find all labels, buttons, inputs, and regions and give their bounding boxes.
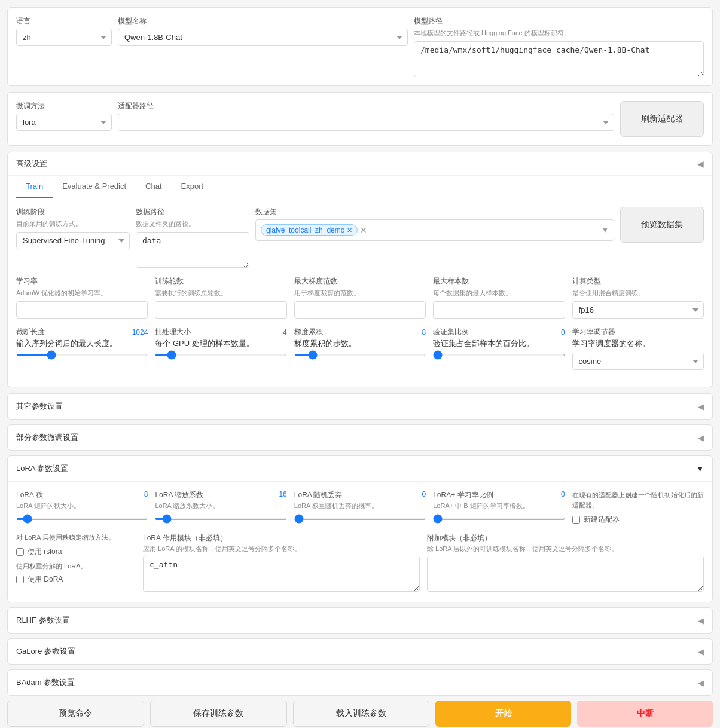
model-name-label: 模型名称 <box>118 16 408 26</box>
finetune-method-group: 微调方法 lora <box>16 101 112 131</box>
other-params-caret: ◀ <box>698 402 704 411</box>
cutoff-group: 截断长度 1024 输入序列分词后的最大长度。 <box>16 327 148 370</box>
model-path-input[interactable]: /media/wmx/soft1/huggingface_cache/Qwen-… <box>414 41 704 77</box>
new-adapter-checkbox-group[interactable]: 新建适配器 <box>572 515 704 525</box>
val-size-group: 验证集比例 0 验证集占全部样本的百分比。 <box>433 327 565 370</box>
lora-caret: ▼ <box>696 464 704 473</box>
grad-accum-slider[interactable] <box>294 354 426 356</box>
lora-scaling-slider[interactable] <box>155 518 286 520</box>
preview-cmd-button[interactable]: 预览命令 <box>7 701 144 727</box>
model-name-select[interactable]: Qwen-1.8B-Chat <box>118 29 408 46</box>
lora-rank-sublabel: LoRA 矩阵的秩大小。 <box>16 501 148 510</box>
lora-dropout-value: 0 <box>422 490 426 500</box>
params-row1: 学习率 AdamW 优化器的初始学习率。 5e-5 训练轮数 需要执行的训练总轮… <box>16 276 704 319</box>
cutoff-slider[interactable] <box>16 354 148 356</box>
dora-checkbox-group[interactable]: 使用 DoRA <box>16 574 136 585</box>
refresh-adapter-group: 刷新适配器 <box>620 101 704 137</box>
rlhf-header[interactable]: RLHF 参数设置 ◀ <box>8 608 712 633</box>
preview-dataset-group: 预览数据集 <box>620 207 704 243</box>
rlhf-section: RLHF 参数设置 ◀ <box>7 607 713 634</box>
rslora-label: 使用 rslora <box>28 547 62 557</box>
lora-rank-group: LoRA 秩 8 LoRA 矩阵的秩大小。 <box>16 490 148 525</box>
start-button[interactable]: 开始 <box>435 701 571 727</box>
batch-size-slider[interactable] <box>155 354 286 356</box>
other-params-section: 其它参数设置 ◀ <box>7 393 713 420</box>
tab-train[interactable]: Train <box>16 176 53 198</box>
partial-params-header[interactable]: 部分参数微调设置 ◀ <box>8 425 712 450</box>
adapter-path-label: 适配器路径 <box>118 101 614 111</box>
rslora-checkbox[interactable] <box>16 548 24 556</box>
lr-scheduler-select[interactable]: cosine <box>572 353 704 370</box>
other-params-header[interactable]: 其它参数设置 ◀ <box>8 394 712 419</box>
lr-input[interactable]: 5e-5 <box>16 301 148 319</box>
data-path-sublabel: 数据文件夹的路径。 <box>136 219 249 228</box>
lora-row2: 对 LoRA 层使用秩稳定缩放方法。 使用 rslora 使用权重分解的 LoR… <box>16 533 704 594</box>
stop-button[interactable]: 中断 <box>577 701 713 727</box>
advanced-collapse-icon: ◀ <box>697 159 704 169</box>
lora-body: LoRA 秩 8 LoRA 矩阵的秩大小。 LoRA 缩放系数 16 LoRA … <box>8 482 712 602</box>
dataset-input-wrap[interactable]: glaive_toolcall_zh_demo ✕ ✕ ▼ <box>255 219 614 241</box>
params-row2: 截断长度 1024 输入序列分词后的最大长度。 批处理大小 4 每个 GPU 处… <box>16 327 704 370</box>
badam-title: BAdam 参数设置 <box>16 677 75 688</box>
finetune-method-select[interactable]: lora <box>16 114 112 131</box>
rslora-checkbox-group[interactable]: 使用 rslora <box>16 547 136 557</box>
advanced-header[interactable]: 高级设置 ◀ <box>8 152 712 176</box>
compute-type-sublabel: 是否使用混合精度训练。 <box>572 289 704 298</box>
load-params-button[interactable]: 载入训练参数 <box>293 701 430 727</box>
tab-evaluate[interactable]: Evaluate & Predict <box>53 176 136 198</box>
grad-accum-group: 梯度累积 8 梯度累积的步数。 <box>294 327 426 370</box>
batch-size-value: 4 <box>283 328 287 337</box>
badam-header[interactable]: BAdam 参数设置 ◀ <box>8 670 712 695</box>
save-params-button[interactable]: 保存训练参数 <box>150 701 287 727</box>
lora-params-row: LoRA 秩 8 LoRA 矩阵的秩大小。 LoRA 缩放系数 16 LoRA … <box>16 490 704 525</box>
other-params-title: 其它参数设置 <box>16 401 63 412</box>
lora-flags-group: 对 LoRA 层使用秩稳定缩放方法。 使用 rslora 使用权重分解的 LoR… <box>16 533 136 594</box>
lora-dropout-slider[interactable] <box>294 518 426 520</box>
max-grad-norm-input[interactable]: 1.0 <box>294 301 426 319</box>
dataset-tag-close[interactable]: ✕ <box>347 227 352 234</box>
adapter-path-select[interactable] <box>118 114 614 131</box>
lora-scaling-group: LoRA 缩放系数 16 LoRA 缩放系数大小。 <box>155 490 286 525</box>
new-adapter-checkbox[interactable] <box>572 516 580 524</box>
galore-section: GaLore 参数设置 ◀ <box>7 638 713 665</box>
dataset-clear-icon[interactable]: ✕ <box>360 225 367 235</box>
data-path-group: 数据路径 数据文件夹的路径。 data <box>136 207 249 268</box>
refresh-adapter-button[interactable]: 刷新适配器 <box>620 101 704 137</box>
epochs-input[interactable]: 100 <box>155 301 286 319</box>
rlhf-caret: ◀ <box>698 616 704 625</box>
lora-rank-slider[interactable] <box>16 518 148 520</box>
max-samples-input[interactable]: 100000 <box>433 301 565 319</box>
lora-dropout-sublabel: LoRA 权重随机丢弃的概率。 <box>294 501 426 510</box>
val-size-value: 0 <box>561 328 565 337</box>
tab-chat[interactable]: Chat <box>136 176 171 198</box>
lora-plus-slider[interactable] <box>433 518 565 520</box>
compute-type-select[interactable]: fp16 <box>572 301 704 319</box>
language-select[interactable]: zh <box>16 29 112 46</box>
val-size-slider[interactable] <box>433 354 565 356</box>
train-stage-sublabel: 目前采用的训练方式。 <box>16 219 130 228</box>
val-size-label: 验证集比例 <box>433 327 469 337</box>
epochs-sublabel: 需要执行的训练总轮数。 <box>155 289 286 298</box>
galore-header[interactable]: GaLore 参数设置 ◀ <box>8 639 712 664</box>
dataset-dropdown-icon[interactable]: ▼ <box>602 226 609 234</box>
lora-scaling-value: 16 <box>279 490 286 500</box>
partial-params-section: 部分参数微调设置 ◀ <box>7 424 713 451</box>
model-name-group: 模型名称 Qwen-1.8B-Chat <box>118 16 408 46</box>
lr-scheduler-sublabel: 学习率调度器的名称。 <box>572 338 704 349</box>
lora-extra-module-input[interactable] <box>427 556 704 592</box>
grad-accum-value: 8 <box>422 328 426 337</box>
batch-size-label: 批处理大小 <box>155 327 191 337</box>
lora-header[interactable]: LoRA 参数设置 ▼ <box>8 456 712 482</box>
preview-dataset-button[interactable]: 预览数据集 <box>620 207 704 243</box>
data-path-input[interactable]: data <box>136 232 249 268</box>
tab-export[interactable]: Export <box>172 176 213 198</box>
dora-checkbox[interactable] <box>16 576 24 583</box>
dataset-tag: glaive_toolcall_zh_demo ✕ <box>261 224 358 236</box>
new-adapter-group: 在现有的适配器上创建一个随机初始化后的新适配器。 新建适配器 <box>572 490 704 525</box>
model-path-sublabel: 本地模型的文件路径或 Hugging Face 的模型标识符。 <box>414 29 704 38</box>
compute-type-label: 计算类型 <box>572 276 704 286</box>
train-stage-select[interactable]: Supervised Fine-Tuning <box>16 232 130 249</box>
epochs-group: 训练轮数 需要执行的训练总轮数。 100 <box>155 276 286 319</box>
lora-module-input[interactable]: c_attn <box>143 556 420 592</box>
lora-extra-module-sublabel: 除 LoRA 层以外的可训练模块名称，使用英文逗号分隔多个名称。 <box>427 545 704 553</box>
